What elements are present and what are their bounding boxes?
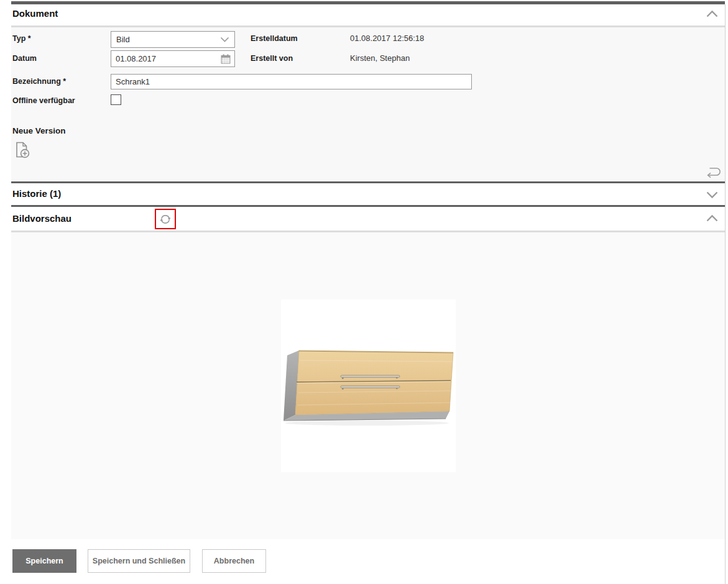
typ-select[interactable]: Bild <box>111 31 235 48</box>
neue-version-label: Neue Version <box>12 126 66 135</box>
bezeichnung-label: Bezeichnung * <box>12 77 66 86</box>
bezeichnung-input[interactable] <box>111 74 472 89</box>
datum-label: Datum <box>12 54 37 63</box>
section-header-bildvorschau[interactable] <box>11 207 725 230</box>
refresh-button-highlight[interactable] <box>155 209 176 229</box>
erstelldatum-value: 01.08.2017 12:56:18 <box>350 34 424 43</box>
typ-select-value: Bild <box>116 35 130 44</box>
abbrechen-button[interactable]: Abbrechen <box>202 549 266 573</box>
document-edit-page: Dokument Typ * Bild Erstelldatum 01.08.2… <box>0 0 728 584</box>
refresh-icon <box>158 212 173 227</box>
cabinet-preview-image <box>281 299 456 472</box>
speichern-und-schliessen-button[interactable]: Speichern und Schließen <box>88 549 190 573</box>
section-title-historie: Historie (1) <box>12 188 61 199</box>
return-arrow-icon[interactable] <box>704 165 722 180</box>
datum-input-wrap <box>111 50 235 67</box>
offline-verfuegbar-label: Offline verfügbar <box>12 96 75 105</box>
datum-input[interactable] <box>116 54 209 63</box>
offline-verfuegbar-checkbox[interactable] <box>111 94 121 105</box>
chevron-down-icon <box>220 37 229 42</box>
document-add-icon[interactable] <box>14 140 31 160</box>
calendar-icon[interactable] <box>220 53 231 65</box>
chevron-down-icon[interactable] <box>706 191 719 199</box>
section-header-dokument[interactable] <box>11 4 725 25</box>
section-title-dokument: Dokument <box>12 8 58 19</box>
section-header-historie[interactable] <box>11 183 725 205</box>
erstelldatum-label: Erstelldatum <box>251 34 298 43</box>
section-title-bildvorschau: Bildvorschau <box>12 213 71 224</box>
erstellt-von-label: Erstellt von <box>251 54 293 63</box>
chevron-up-icon[interactable] <box>706 214 719 222</box>
chevron-up-icon[interactable] <box>706 10 719 18</box>
erstellt-von-value: Kirsten, Stephan <box>350 53 410 63</box>
typ-label: Typ * <box>12 34 31 43</box>
speichern-button[interactable]: Speichern <box>12 549 76 573</box>
panel-right-border <box>725 4 726 584</box>
